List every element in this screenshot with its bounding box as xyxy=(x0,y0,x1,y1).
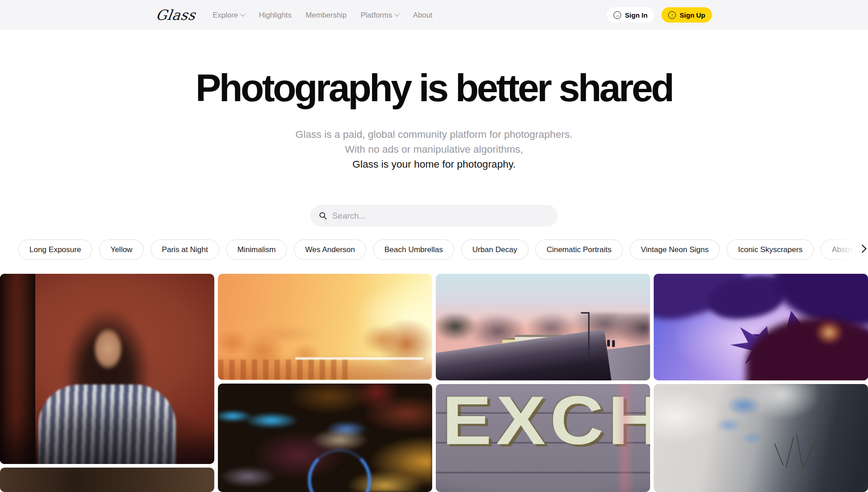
nav-link-label: Explore xyxy=(212,11,238,19)
nav-link-explore[interactable]: Explore xyxy=(212,11,245,19)
gravestone-rows xyxy=(218,360,351,380)
search-bar xyxy=(311,205,557,226)
glass-logo[interactable]: Glass xyxy=(155,7,197,23)
warm-light-spot xyxy=(815,320,844,345)
subtitle-line-2: With no ads or manipulative algorithms, xyxy=(0,142,868,157)
search-input[interactable] xyxy=(332,211,549,221)
nav-link-label: Platforms xyxy=(361,11,392,19)
search-icon xyxy=(319,211,327,220)
grid-column-4 xyxy=(654,274,868,492)
nav-link-platforms[interactable]: Platforms xyxy=(361,11,399,19)
hero-title: Photography is better shared xyxy=(0,66,868,110)
tag-pill-vintage-neon-signs[interactable]: Vintage Neon Signs xyxy=(630,239,720,260)
chevron-down-icon xyxy=(395,11,400,16)
tag-pill-minimalism[interactable]: Minimalism xyxy=(226,239,287,260)
tag-pill-urban-decay[interactable]: Urban Decay xyxy=(461,239,528,260)
tag-pill-long-exposure[interactable]: Long Exposure xyxy=(18,239,92,260)
photo-cyclist-light-trails[interactable] xyxy=(218,384,432,492)
chevron-down-icon xyxy=(241,11,245,16)
street-lamp xyxy=(588,312,590,357)
photo-winter-sunset-bridge[interactable] xyxy=(436,274,650,380)
nav-link-label: About xyxy=(413,11,432,19)
tag-pill-cinematic-portraits[interactable]: Cinematic Portraits xyxy=(535,239,623,260)
subtitle-line-3: Glass is your home for photography. xyxy=(0,157,868,172)
sign-in-label: Sign In xyxy=(625,11,647,19)
photo-bottom-sliver[interactable] xyxy=(0,468,214,492)
sign-in-button[interactable]: → Sign In xyxy=(607,7,654,23)
tag-pill-beach-umbrellas[interactable]: Beach Umbrellas xyxy=(373,239,454,260)
nav-links: ExploreHighlightsMembershipPlatformsAbou… xyxy=(212,11,432,19)
nav-actions: → Sign In ↑ Sign Up xyxy=(607,7,712,23)
sign-up-label: Sign Up xyxy=(679,11,705,19)
navbar: Glass ExploreHighlightsMembershipPlatfor… xyxy=(0,0,868,30)
photo-exch-painted-sign[interactable]: EXCH xyxy=(436,384,650,492)
sign-vignette xyxy=(436,384,650,492)
subtitle-line-1: Glass is a paid, global community platfo… xyxy=(0,127,868,142)
grid-column-2 xyxy=(218,274,432,492)
tag-list: Long ExposureYellowParis at NightMinimal… xyxy=(0,239,868,260)
tag-pill-wes-anderson[interactable]: Wes Anderson xyxy=(294,239,366,260)
nav-link-membership[interactable]: Membership xyxy=(306,11,347,19)
tag-pill-paris-at-night[interactable]: Paris at Night xyxy=(151,239,219,260)
tag-pill-iconic-skyscrapers[interactable]: Iconic Skyscrapers xyxy=(726,239,814,260)
nav-link-label: Membership xyxy=(306,11,347,19)
photo-purple-maple-leaves[interactable] xyxy=(654,274,868,380)
grid-column-1 xyxy=(0,274,214,492)
blue-sky-patches xyxy=(654,384,868,492)
tag-pill-yellow[interactable]: Yellow xyxy=(99,239,144,260)
pedestrians xyxy=(607,340,610,347)
nav-link-about[interactable]: About xyxy=(413,11,432,19)
photo-grid: EXCH xyxy=(0,274,868,492)
portrait-vignette xyxy=(0,274,214,464)
grid-column-3: EXCH xyxy=(436,274,650,492)
hero-subtitle: Glass is a paid, global community platfo… xyxy=(0,127,868,172)
nav-link-label: Highlights xyxy=(259,11,291,19)
arrow-right-circle-icon: → xyxy=(613,11,621,19)
photo-orange-snowy-park[interactable] xyxy=(218,274,432,380)
nav-link-highlights[interactable]: Highlights xyxy=(259,11,291,19)
photo-storm-clouds[interactable] xyxy=(654,384,868,492)
sign-up-button[interactable]: ↑ Sign Up xyxy=(661,7,712,23)
photo-double-exposure-portrait[interactable] xyxy=(0,274,214,464)
arrow-up-circle-icon: ↑ xyxy=(668,11,676,19)
glass-homepage: Glass ExploreHighlightsMembershipPlatfor… xyxy=(0,0,868,492)
